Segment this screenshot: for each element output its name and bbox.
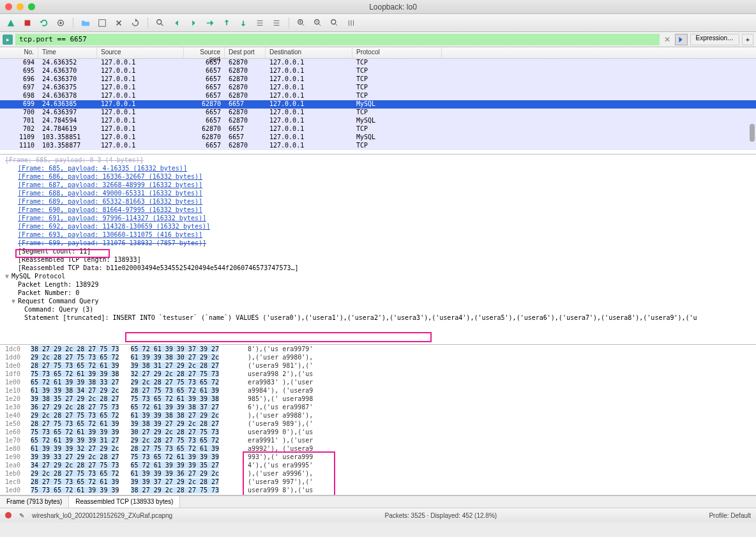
hex-row[interactable]: 1e8061 39 39 39 32 27 29 2c 28 27 75 73 … xyxy=(0,444,756,453)
col-no[interactable]: No. xyxy=(0,47,38,58)
packet-row[interactable]: 69924.636385127.0.0.1628706657127.0.0.1M… xyxy=(0,100,756,109)
request-command-node[interactable]: ▼Request Command Query xyxy=(6,297,756,305)
tab-reassembled[interactable]: Reassembled TCP (138933 bytes) xyxy=(69,496,180,508)
frame-segment-cut: [Frame: 685, payload: 0-3 (4 bytes)] xyxy=(0,156,756,164)
packet-row[interactable]: 70024.636397127.0.0.1665762870127.0.0.1T… xyxy=(0,109,756,117)
bytes-pane-tabs: Frame (7913 bytes) Reassembled TCP (1389… xyxy=(0,495,756,508)
hex-row[interactable]: 1e2039 38 35 27 29 2c 28 27 75 73 65 72 … xyxy=(0,395,756,403)
svg-rect-3 xyxy=(99,19,106,26)
hex-row[interactable]: 1ee065 72 61 39 39 39 39 27 29era9999' ) xyxy=(0,494,756,495)
add-filter-button[interactable]: + xyxy=(742,34,753,45)
col-source-port[interactable]: Source port xyxy=(184,47,225,58)
col-source[interactable]: Source xyxy=(97,47,184,58)
go-forward-button[interactable] xyxy=(186,16,200,30)
packet-row[interactable]: 69424.636352127.0.0.1665762870127.0.0.1T… xyxy=(0,59,756,67)
mysql-protocol-node[interactable]: ▼MySQL Protocol xyxy=(0,272,756,280)
apply-filter-button[interactable] xyxy=(675,34,688,45)
open-file-button[interactable] xyxy=(79,16,93,30)
hex-row[interactable]: 1e6075 73 65 72 61 39 39 39 30 27 29 2c … xyxy=(0,428,756,436)
edit-icon[interactable]: ✎ xyxy=(19,512,24,519)
colorize-button[interactable] xyxy=(269,16,284,30)
frame-segment-link[interactable]: [Frame: 690, payload: 81664-97995 (16332… xyxy=(13,206,756,214)
hex-row[interactable]: 1eb029 2c 28 27 75 73 65 72 61 39 39 39 … xyxy=(0,469,756,478)
col-protocol[interactable]: Protocol xyxy=(352,47,442,58)
frame-segment-link[interactable]: [Frame: 689, payload: 65332-81663 (16332… xyxy=(13,197,756,206)
go-last-button[interactable] xyxy=(236,16,250,30)
packet-row[interactable]: 70124.784594127.0.0.1665762870127.0.0.1M… xyxy=(0,117,756,125)
col-destination[interactable]: Destination xyxy=(266,47,352,58)
expression-button[interactable]: Expression… xyxy=(690,34,739,45)
hex-row[interactable]: 1df075 73 65 72 61 39 39 38 32 27 29 2c … xyxy=(0,370,756,378)
hex-row[interactable]: 1de028 27 75 73 65 72 61 39 39 38 31 27 … xyxy=(0,361,756,370)
col-time[interactable]: Time xyxy=(38,47,97,58)
hex-row[interactable]: 1e7065 72 61 39 39 39 31 27 29 2c 28 27 … xyxy=(0,436,756,444)
status-bar: ✎ wireshark_lo0_20200129152629_ZXuRaf.pc… xyxy=(0,508,756,522)
frame-segment-link[interactable]: [Frame: 692, payload: 114328-130659 (163… xyxy=(13,222,756,231)
go-first-button[interactable] xyxy=(220,16,234,30)
profile-label[interactable]: Profile: Default xyxy=(709,512,751,519)
packet-row[interactable]: 69524.636370127.0.0.1665762870127.0.0.1T… xyxy=(0,67,756,75)
hex-row[interactable]: 1ea034 27 29 2c 28 27 75 73 65 72 61 39 … xyxy=(0,461,756,469)
restart-capture-button[interactable] xyxy=(37,16,51,30)
frame-segment-link[interactable]: [Frame: 687, payload: 32668-48999 (16332… xyxy=(13,181,756,189)
hex-row[interactable]: 1dc038 27 29 2c 28 27 75 73 65 72 61 39 … xyxy=(0,345,756,353)
frame-segment-link[interactable]: [Frame: 693, payload: 130660-131075 (416… xyxy=(13,231,756,239)
tab-frame[interactable]: Frame (7913 bytes) xyxy=(0,496,69,508)
packet-list-pane[interactable]: No. Time Source Source port Dest port De… xyxy=(0,47,756,155)
find-packet-button[interactable] xyxy=(153,16,167,30)
zoom-out-button[interactable] xyxy=(311,16,325,30)
resize-columns-button[interactable] xyxy=(344,16,358,30)
hex-row[interactable]: 1e0065 72 61 39 39 38 33 27 29 2c 28 27 … xyxy=(0,378,756,386)
clear-filter-button[interactable]: ✕ xyxy=(662,34,672,45)
toolbar-separator xyxy=(147,17,148,29)
frame-segment-link[interactable]: [Frame: 685, payload: 4-16335 (16332 byt… xyxy=(13,164,756,172)
go-to-packet-button[interactable] xyxy=(203,16,217,30)
start-capture-button[interactable] xyxy=(4,16,18,30)
display-filter-input[interactable] xyxy=(15,34,660,45)
close-file-button[interactable] xyxy=(112,16,126,30)
hex-row[interactable]: 1ec028 27 75 73 65 72 61 39 39 39 37 27 … xyxy=(0,478,756,486)
zoom-reset-button[interactable] xyxy=(328,16,342,30)
frame-segment-link[interactable]: [Frame: 691, payload: 97996-114327 (1633… xyxy=(13,214,756,222)
frame-segment-link[interactable]: [Frame: 699, payload: 131076-138932 (785… xyxy=(13,239,756,247)
hex-row[interactable]: 1e5028 27 75 73 65 72 61 39 39 38 39 27 … xyxy=(0,420,756,428)
hex-row[interactable]: 1e4029 2c 28 27 75 73 65 72 61 39 39 38 … xyxy=(0,411,756,420)
scrollbar-thumb[interactable] xyxy=(750,124,755,142)
packet-length: Packet Length: 138929 xyxy=(13,280,756,289)
save-file-button[interactable] xyxy=(95,16,109,30)
traffic-lights xyxy=(5,3,35,10)
svg-rect-0 xyxy=(25,20,31,26)
packet-list-header: No. Time Source Source port Dest port De… xyxy=(0,47,756,59)
hex-row[interactable]: 1ed075 73 65 72 61 39 39 39 38 27 29 2c … xyxy=(0,486,756,494)
minimize-window-button[interactable] xyxy=(17,3,24,10)
packet-row[interactable]: 69624.636370127.0.0.1665762870127.0.0.1T… xyxy=(0,75,756,84)
frame-segment-link[interactable]: [Frame: 688, payload: 49000-65331 (16332… xyxy=(13,189,756,197)
hex-row[interactable]: 1e9039 39 33 27 29 2c 28 27 75 73 65 72 … xyxy=(0,453,756,461)
packet-count-label: Packets: 3525 · Displayed: 452 (12.8%) xyxy=(384,512,497,519)
packet-row[interactable]: 1110103.358877127.0.0.1665762870127.0.0.… xyxy=(0,142,756,150)
packet-bytes-pane[interactable]: 1dc038 27 29 2c 28 27 75 73 65 72 61 39 … xyxy=(0,345,756,495)
packet-row[interactable]: 1109103.358851127.0.0.1628706657127.0.0.… xyxy=(0,133,756,142)
expert-info-icon[interactable] xyxy=(5,512,11,518)
packet-row[interactable]: 70224.784619127.0.0.1628706657127.0.0.1T… xyxy=(0,125,756,133)
hex-row[interactable]: 1dd029 2c 28 27 75 73 65 72 61 39 39 38 … xyxy=(0,353,756,361)
main-toolbar xyxy=(0,14,756,32)
col-dest-port[interactable]: Dest port xyxy=(225,47,266,58)
hex-row[interactable]: 1e3036 27 29 2c 28 27 75 73 65 72 61 39 … xyxy=(0,403,756,411)
reload-file-button[interactable] xyxy=(128,16,142,30)
auto-scroll-button[interactable] xyxy=(253,16,267,30)
go-back-button[interactable] xyxy=(170,16,184,30)
capture-options-button[interactable] xyxy=(54,16,68,30)
frame-segment-link[interactable]: [Frame: 686, payload: 16336-32667 (16332… xyxy=(13,172,756,181)
stop-capture-button[interactable] xyxy=(20,16,34,30)
command-value: Command: Query (3) xyxy=(19,305,756,314)
packet-row[interactable]: 69824.636378127.0.0.1665762870127.0.0.1T… xyxy=(0,92,756,100)
hex-row[interactable]: 1e1061 39 39 38 34 27 29 2c 28 27 75 73 … xyxy=(0,386,756,395)
zoom-in-button[interactable] xyxy=(294,16,308,30)
filter-bookmark-icon[interactable]: ▸ xyxy=(3,34,13,45)
packet-row[interactable]: 69724.636375127.0.0.1665762870127.0.0.1T… xyxy=(0,84,756,92)
window-title: Loopback: lo0 xyxy=(35,3,751,11)
maximize-window-button[interactable] xyxy=(28,3,35,10)
packet-details-pane[interactable]: [Frame: 685, payload: 0-3 (4 bytes)] [Fr… xyxy=(0,155,756,345)
close-window-button[interactable] xyxy=(5,3,12,10)
